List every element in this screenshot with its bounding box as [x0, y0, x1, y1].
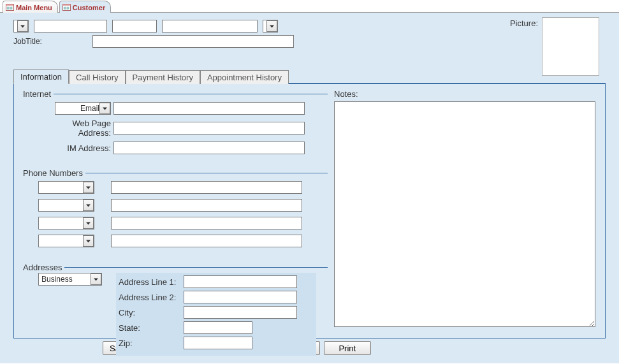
- svg-rect-1: [6, 4, 14, 5]
- customer-form: JobTitle: Picture: Information Call Hist…: [0, 13, 619, 363]
- zip-label: Zip:: [119, 339, 181, 348]
- app-tab-label: Main Menu: [16, 4, 52, 11]
- app-tab-bar: Main Menu Customer: [0, 0, 619, 13]
- tab-call-history[interactable]: Call History: [69, 70, 125, 84]
- dropdown-button[interactable]: [99, 103, 110, 114]
- app-tab-customer[interactable]: Customer: [59, 1, 111, 13]
- notes-label: Notes:: [334, 89, 358, 99]
- phone-fieldset: Phone Numbers: [23, 168, 328, 259]
- im-label: IM Address:: [38, 143, 111, 153]
- svg-rect-3: [7, 8, 10, 10]
- dropdown-button[interactable]: [83, 235, 94, 247]
- addr-line1-label: Address Line 1:: [119, 277, 181, 287]
- dropdown-button[interactable]: [17, 20, 28, 32]
- suffix-combo[interactable]: [263, 20, 278, 33]
- middle-name-input[interactable]: [112, 20, 157, 33]
- first-name-input[interactable]: [34, 20, 107, 33]
- address-panel: Address Line 1: Address Line 2: City:: [116, 273, 316, 356]
- webpage-label: Web Page Address:: [38, 119, 111, 138]
- phone-input[interactable]: [111, 235, 302, 247]
- address-type-value: Business: [41, 275, 73, 284]
- jobtitle-input[interactable]: [92, 35, 294, 48]
- phone-input[interactable]: [111, 181, 302, 194]
- svg-rect-8: [64, 7, 66, 8]
- addr-line2-label: Address Line 2:: [119, 293, 181, 302]
- svg-marker-16: [86, 204, 91, 207]
- notes-textarea[interactable]: [334, 101, 595, 327]
- city-label: City:: [119, 308, 181, 317]
- chevron-down-icon: [94, 278, 98, 281]
- last-name-input[interactable]: [162, 20, 258, 33]
- phone-type-combo[interactable]: [38, 235, 94, 247]
- svg-marker-19: [94, 278, 98, 280]
- phone-type-combo[interactable]: [38, 199, 94, 212]
- information-panel: Internet Email: [13, 84, 606, 339]
- dropdown-button[interactable]: [83, 217, 94, 229]
- webpage-input[interactable]: [113, 122, 305, 135]
- form-icon: [62, 4, 71, 11]
- tab-payment-history[interactable]: Payment History: [126, 70, 200, 84]
- app-tab-main-menu[interactable]: Main Menu: [3, 1, 58, 13]
- phone-input[interactable]: [111, 217, 302, 229]
- internet-legend: Internet: [23, 89, 54, 99]
- internet-fieldset: Internet Email: [23, 89, 328, 164]
- addresses-legend: Addresses: [23, 263, 64, 272]
- title-combo[interactable]: [13, 20, 29, 33]
- chevron-down-icon: [86, 204, 91, 207]
- svg-rect-4: [10, 7, 13, 8]
- svg-rect-9: [64, 8, 66, 10]
- tab-appointment-history[interactable]: Appointment History: [200, 70, 289, 84]
- addr-line1-input[interactable]: [184, 275, 297, 288]
- svg-marker-17: [86, 222, 91, 224]
- print-button[interactable]: Print: [324, 341, 371, 355]
- chevron-down-icon: [86, 240, 91, 243]
- addr-line2-input[interactable]: [184, 291, 297, 303]
- addresses-fieldset: Addresses Business Address Line 1: Addre…: [23, 263, 328, 356]
- chevron-down-icon: [20, 25, 25, 28]
- svg-rect-10: [66, 7, 69, 8]
- phone-type-combo[interactable]: [38, 217, 94, 229]
- dropdown-button[interactable]: [266, 20, 277, 32]
- email-type-label: Email: [58, 104, 99, 113]
- chevron-down-icon: [86, 186, 91, 189]
- chevron-down-icon: [270, 25, 274, 28]
- state-input[interactable]: [184, 321, 252, 334]
- chevron-down-icon: [103, 107, 107, 110]
- jobtitle-label: JobTitle:: [13, 37, 89, 46]
- phone-legend: Phone Numbers: [23, 168, 85, 178]
- svg-marker-18: [86, 240, 91, 242]
- svg-rect-7: [62, 4, 70, 5]
- phone-type-combo[interactable]: [38, 181, 94, 194]
- phone-input[interactable]: [111, 199, 302, 212]
- address-type-combo[interactable]: Business: [38, 273, 102, 286]
- notes-area: Notes:: [334, 89, 596, 329]
- picture-label: Picture:: [510, 17, 538, 28]
- svg-marker-14: [103, 107, 107, 110]
- city-input[interactable]: [184, 306, 297, 319]
- svg-rect-11: [66, 8, 69, 10]
- form-icon: [6, 4, 14, 11]
- zip-input[interactable]: [184, 337, 252, 349]
- dropdown-button[interactable]: [83, 200, 94, 211]
- svg-rect-5: [10, 8, 13, 10]
- email-type-combo[interactable]: Email: [55, 102, 111, 115]
- svg-marker-13: [270, 25, 274, 27]
- email-input[interactable]: [113, 102, 305, 115]
- picture-box[interactable]: [542, 17, 599, 76]
- svg-rect-2: [7, 7, 10, 8]
- tab-information[interactable]: Information: [13, 69, 69, 84]
- svg-marker-12: [20, 25, 25, 27]
- im-input[interactable]: [113, 142, 305, 154]
- chevron-down-icon: [86, 222, 91, 225]
- app-tab-label: Customer: [73, 4, 105, 11]
- dropdown-button[interactable]: [91, 273, 101, 285]
- svg-marker-15: [86, 186, 91, 189]
- state-label: State:: [119, 323, 181, 333]
- picture-block: Picture:: [510, 17, 599, 76]
- dropdown-button[interactable]: [83, 182, 94, 193]
